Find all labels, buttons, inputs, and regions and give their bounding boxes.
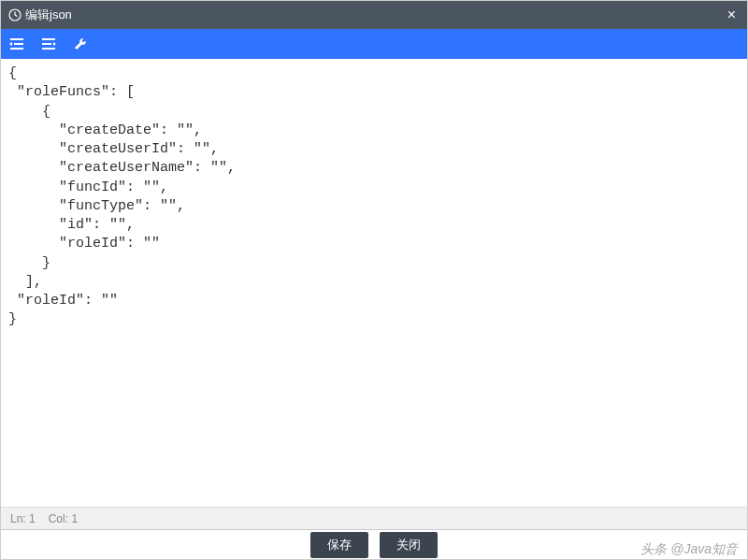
indent-right-icon[interactable]: [38, 34, 59, 54]
window-title: 编辑json: [25, 7, 724, 23]
status-line: Ln: 1: [10, 512, 36, 525]
indent-left-icon[interactable]: [7, 34, 27, 54]
titlebar: 编辑json ×: [1, 1, 747, 29]
status-col: Col: 1: [49, 512, 78, 525]
watermark-text: 头条 @Java知音: [640, 541, 738, 558]
toolbar: [1, 29, 747, 59]
clock-icon: [8, 8, 22, 22]
json-editor[interactable]: { "roleFuncs": [ { "createDate": "", "cr…: [1, 59, 747, 508]
status-bar: Ln: 1 Col: 1: [1, 508, 747, 530]
wrench-icon[interactable]: [70, 34, 91, 54]
close-icon[interactable]: ×: [724, 7, 740, 23]
footer: 保存 关闭 头条 @Java知音: [1, 530, 747, 560]
close-button[interactable]: 关闭: [380, 532, 438, 558]
save-button[interactable]: 保存: [310, 532, 368, 558]
